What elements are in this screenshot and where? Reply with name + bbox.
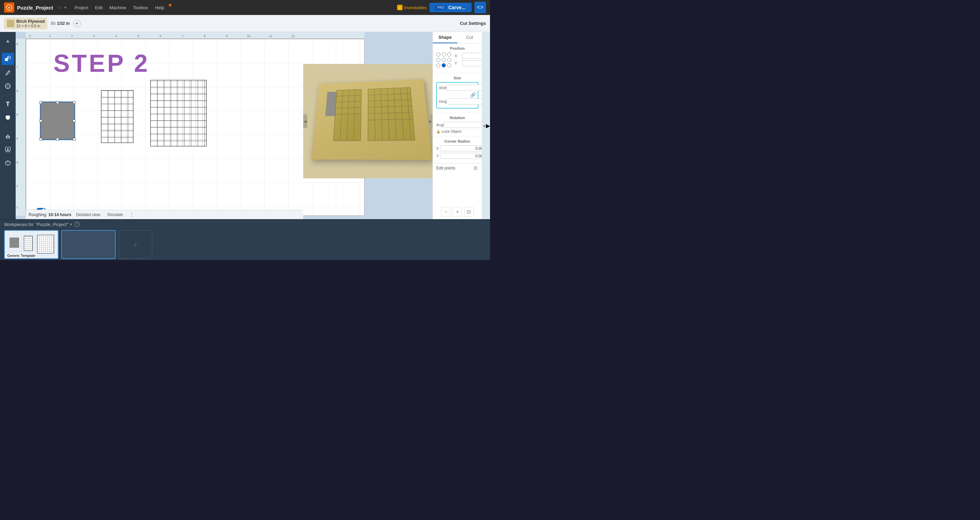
- x-label: X: [455, 54, 461, 58]
- preview-expand-handle[interactable]: ▶: [428, 114, 433, 128]
- bit-section: Bit 1/32 in: [51, 21, 69, 26]
- handle-top-mid[interactable]: [56, 101, 59, 104]
- tab-shape[interactable]: Shape: [433, 32, 457, 43]
- cut-settings-link[interactable]: Cut Settings: [460, 21, 486, 26]
- panel-tabs: Shape Cut: [433, 32, 482, 44]
- svg-line-55: [394, 88, 396, 140]
- corner-y-label: Y: [436, 154, 439, 158]
- star-icon[interactable]: ☆: [57, 5, 62, 10]
- workpiece-thumb-1[interactable]: Generic Template: [4, 230, 59, 259]
- pos-radio-bm[interactable]: [442, 63, 446, 67]
- inventables-link[interactable]: I Inventables: [397, 5, 427, 10]
- shapes-tool-btn[interactable]: [2, 53, 14, 65]
- lock-obj-icon: 🔒: [436, 130, 440, 134]
- workpiece-thumb-2[interactable]: [61, 230, 116, 259]
- preview-puzzle-sm: [333, 89, 361, 141]
- svg-text:P: P: [8, 6, 10, 10]
- height-field-row: Height: [439, 99, 476, 105]
- svg-line-44: [340, 90, 343, 140]
- corner-radius-section: Corner Radius X Y: [433, 137, 482, 163]
- preview-puzzle-lg: [368, 87, 415, 140]
- project-name: Puzzle_Project: [17, 5, 53, 11]
- add-workpiece-button[interactable]: +: [118, 230, 153, 259]
- corner-y-row: Y: [436, 153, 479, 159]
- circle-tool-btn[interactable]: [2, 80, 14, 92]
- preview-collapse-handle[interactable]: ◀: [303, 114, 307, 128]
- workpieces-help-icon[interactable]: ?: [74, 221, 80, 227]
- pen-tool-btn[interactable]: [2, 66, 14, 79]
- pos-radio-tl[interactable]: [436, 52, 440, 57]
- material-bar: Birch Plywood 12 × 8 × 0.5 in Bit 1/32 i…: [0, 15, 490, 32]
- pos-radio-mm[interactable]: [442, 58, 446, 62]
- aspect-lock-icon[interactable]: 🔗: [470, 92, 476, 98]
- text-tool-btn[interactable]: T: [2, 98, 14, 110]
- svg-point-7: [5, 84, 10, 89]
- lock-object-row: 🔒 Lock Object: [436, 129, 479, 134]
- toolbar-sep-3: [3, 127, 13, 127]
- handle-top-right[interactable]: [73, 101, 76, 104]
- svg-text:I: I: [399, 6, 401, 10]
- workpieces-dropdown-arrow[interactable]: ▾: [70, 222, 72, 227]
- handle-bot-right[interactable]: [73, 138, 76, 140]
- puzzle-large[interactable]: [150, 80, 207, 146]
- handle-bot-left[interactable]: [40, 138, 42, 140]
- menu-machine[interactable]: Machine: [107, 4, 129, 11]
- edit-points-label: Edit points: [436, 166, 473, 170]
- simulate-button[interactable]: Simulate: [105, 211, 125, 218]
- puzzle-small[interactable]: [101, 90, 134, 143]
- pos-radio-tr[interactable]: [447, 52, 451, 57]
- workpiece-1-label: Generic Template: [6, 254, 37, 258]
- left-toolbar: ▲ T: [0, 32, 16, 219]
- menu-help[interactable]: Help: [153, 4, 167, 11]
- menu-project[interactable]: Project: [72, 4, 91, 11]
- zoom-in-btn[interactable]: +: [453, 207, 462, 216]
- thumb-puzzle-lg: [37, 235, 54, 254]
- shape-tool-btn2[interactable]: [2, 111, 14, 124]
- pos-radio-tm[interactable]: [442, 52, 446, 57]
- 3d-view-btn[interactable]: [2, 157, 14, 169]
- pos-radio-ml[interactable]: [436, 58, 440, 62]
- fit-screen-btn[interactable]: ⊡: [464, 207, 474, 216]
- material-chip[interactable]: Birch Plywood 12 × 8 × 0.5 in: [4, 18, 47, 29]
- handle-top-left[interactable]: [40, 101, 42, 104]
- tab-cut[interactable]: Cut: [457, 32, 482, 43]
- pos-radio-bl[interactable]: [436, 63, 440, 67]
- panel-collapse-handle-right[interactable]: ▶: [486, 32, 490, 219]
- toolbar-sep-1: [3, 50, 13, 50]
- height-label: Height: [439, 99, 445, 103]
- carve-button[interactable]: PRO Carve...: [430, 3, 472, 12]
- svg-line-56: [401, 88, 404, 140]
- step-2-text: STEP 2: [53, 49, 150, 77]
- menu-toolbox[interactable]: Toolbox: [130, 4, 151, 11]
- svg-line-45: [347, 90, 349, 141]
- more-options-button[interactable]: ⋮: [127, 211, 136, 218]
- dropdown-icon[interactable]: ▾: [64, 5, 66, 10]
- panel-collapse-handle-left[interactable]: ◀: [482, 32, 486, 219]
- zoom-out-btn[interactable]: −: [441, 207, 450, 216]
- svg-line-46: [353, 90, 355, 140]
- project-name-ref: "Puzzle_Project": [35, 222, 68, 227]
- main-area: ▲ T: [0, 32, 490, 219]
- lock-object-label: Lock Object: [442, 129, 461, 134]
- corner-radius-title: Corner Radius: [436, 139, 479, 143]
- pro-badge: PRO: [436, 5, 447, 10]
- add-bit-button[interactable]: +: [73, 20, 81, 27]
- selected-rectangle[interactable]: [40, 102, 75, 140]
- pos-radio-mr[interactable]: [447, 58, 451, 62]
- embed-button[interactable]: <>: [474, 2, 486, 13]
- handle-mid-right[interactable]: [73, 119, 76, 122]
- collapse-toolbar-btn[interactable]: ▲: [2, 35, 14, 47]
- ruler-horizontal: 0 1 2 3 4 5 6 7 8 9 10 11 12: [26, 32, 364, 39]
- handle-bot-mid[interactable]: [56, 138, 59, 140]
- detailed-view-button[interactable]: Detailed view: [74, 211, 102, 218]
- canvas-area[interactable]: 0 1 2 3 4 5 6 7 8 9 10 11 12 8 7: [16, 32, 433, 219]
- import-btn[interactable]: [2, 143, 14, 156]
- menu-edit[interactable]: Edit: [92, 4, 105, 11]
- pos-radio-br[interactable]: [447, 63, 451, 67]
- handle-mid-left[interactable]: [40, 119, 42, 122]
- corner-x-row: X: [436, 145, 479, 151]
- position-radio-grid: [436, 52, 452, 68]
- y-label: Y: [455, 61, 461, 65]
- 3d-shape-btn[interactable]: [2, 130, 14, 142]
- edit-points-row[interactable]: Edit points E: [433, 163, 482, 173]
